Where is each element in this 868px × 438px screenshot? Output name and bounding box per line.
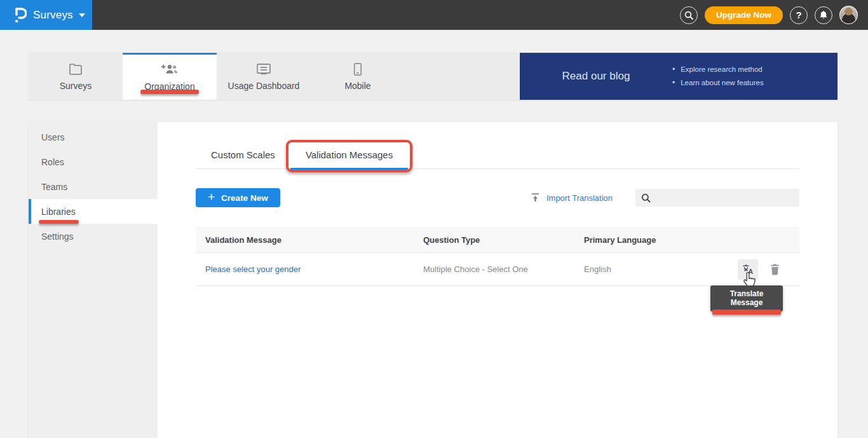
person-add-icon — [160, 63, 179, 77]
tab-label: Validation Messages — [306, 149, 393, 160]
questionpro-logo-icon — [13, 6, 27, 24]
validation-message-link[interactable]: Please select your gender — [205, 264, 301, 274]
sidebar-item-libraries[interactable]: Libraries — [29, 199, 158, 224]
tab-label: Custom Scales — [211, 149, 275, 160]
table-header: Validation Message Question Type Primary… — [196, 227, 799, 253]
question-type-value: Multiple Choice - Select One — [423, 264, 584, 274]
libraries-content: Custom Scales Validation Messages + Crea… — [158, 122, 837, 438]
translate-icon: A — [742, 263, 754, 275]
product-switcher[interactable]: Surveys — [0, 0, 92, 30]
dashboard-icon — [255, 62, 272, 76]
nav-tab-label: Mobile — [344, 81, 370, 91]
translate-message-button[interactable]: A — [738, 259, 758, 280]
blog-bullet: Learn about new features — [672, 76, 764, 90]
search-icon — [641, 193, 651, 203]
blog-banner-bullets: Explore research method Learn about new … — [672, 63, 764, 90]
nav-tab-label: Usage Dashboard — [228, 81, 300, 91]
sidebar-item-settings[interactable]: Settings — [29, 224, 158, 249]
annotation-underline — [712, 310, 781, 315]
sidebar-item-roles[interactable]: Roles — [29, 149, 158, 174]
sidebar-item-users[interactable]: Users — [29, 125, 158, 149]
validation-messages-table: Validation Message Question Type Primary… — [196, 227, 799, 286]
search-input[interactable] — [656, 193, 783, 203]
nav-tab-organization[interactable]: Organization — [123, 53, 217, 100]
tab-validation-messages[interactable]: Validation Messages — [290, 146, 408, 170]
row-actions: A — [711, 259, 799, 280]
mobile-icon — [353, 62, 363, 76]
bell-icon — [819, 10, 828, 20]
nav-tab-mobile[interactable]: Mobile — [311, 53, 405, 100]
sidebar-item-label: Users — [41, 132, 65, 142]
import-translation-label: Import Translation — [546, 193, 613, 203]
toolbar: + Create New Import Translation — [196, 188, 799, 207]
chevron-down-icon — [79, 13, 85, 17]
nav-tab-usage-dashboard[interactable]: Usage Dashboard — [217, 53, 311, 100]
user-avatar[interactable] — [839, 6, 858, 24]
library-tabs: Custom Scales Validation Messages — [196, 146, 799, 169]
table-row: Please select your gender Multiple Choic… — [196, 253, 799, 286]
import-translation-link[interactable]: Import Translation — [531, 193, 613, 203]
topbar-actions: Upgrade Now ? — [680, 6, 868, 24]
sidebar-item-teams[interactable]: Teams — [29, 174, 158, 199]
create-new-button[interactable]: + Create New — [196, 188, 280, 207]
delete-button[interactable] — [770, 263, 780, 275]
sidebar-item-label: Settings — [41, 231, 74, 242]
plus-icon: + — [208, 190, 215, 204]
nav-tab-label: Surveys — [60, 81, 92, 91]
sidebar-item-label: Libraries — [41, 207, 76, 217]
help-button[interactable]: ? — [790, 6, 808, 24]
tab-custom-scales[interactable]: Custom Scales — [196, 146, 290, 168]
tooltip-label: Translate Message — [730, 289, 764, 307]
blog-banner[interactable]: Read our blog Explore research method Le… — [520, 53, 837, 100]
sidebar-item-label: Roles — [41, 157, 64, 167]
topbar: Surveys Upgrade Now ? — [0, 0, 868, 30]
sidebar-item-label: Teams — [41, 182, 67, 192]
notifications-button[interactable] — [815, 6, 832, 24]
table-search[interactable] — [635, 189, 799, 207]
column-header-validation-message: Validation Message — [196, 235, 423, 245]
translate-message-tooltip: Translate Message — [710, 285, 783, 311]
upgrade-now-button[interactable]: Upgrade Now — [705, 6, 783, 24]
create-new-label: Create New — [221, 193, 268, 203]
search-button[interactable] — [680, 6, 698, 24]
column-header-primary-language: Primary Language — [584, 235, 711, 245]
settings-sidebar: Users Roles Teams Libraries Settings — [29, 122, 158, 438]
blog-bullet: Explore research method — [672, 63, 764, 76]
question-mark-icon: ? — [796, 10, 801, 20]
folder-icon — [68, 62, 83, 76]
column-header-question-type: Question Type — [423, 235, 584, 245]
main-card: Users Roles Teams Libraries Settings Cus… — [29, 122, 837, 438]
svg-text:A: A — [748, 268, 753, 275]
nav-tab-surveys[interactable]: Surveys — [29, 53, 123, 100]
blog-banner-title: Read our blog — [520, 70, 672, 83]
search-icon — [684, 11, 693, 20]
product-label: Surveys — [33, 9, 73, 22]
trash-icon — [770, 263, 780, 275]
main-navigation: Surveys Organization Usage Dashboard Mob… — [29, 53, 837, 100]
import-icon — [531, 193, 540, 203]
primary-language-value: English — [584, 264, 711, 274]
annotation-underline — [140, 90, 199, 94]
